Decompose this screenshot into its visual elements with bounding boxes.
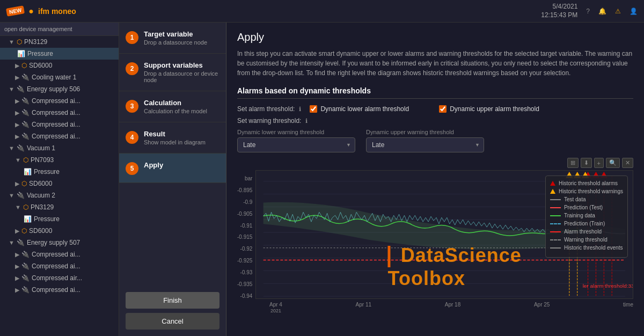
lower-alarm-checkbox[interactable] <box>310 105 317 113</box>
sidebar-label-sd6000-2: SD6000 <box>29 180 52 187</box>
device-icon: 🔌 <box>21 109 30 116</box>
chevron-down-icon: ▼ <box>9 86 14 92</box>
sidebar-item-compressed-1[interactable]: ▶ 🔌 Compressed ai... <box>0 95 119 107</box>
sidebar-item-cooling[interactable]: ▶ 🔌 Cooling water 1 <box>0 71 119 83</box>
x-label-apr4: Apr 42021 <box>269 302 282 313</box>
chevron-down-icon: ▼ <box>9 239 14 246</box>
y-value-3: -0.905 <box>237 211 252 217</box>
step-subtitle-4: Show model in diagram <box>144 139 219 145</box>
lower-warning-select[interactable]: Early Late Very Late <box>237 137 355 152</box>
sidebar: open device management ▼ ⬡ PN3129 📊 Pres… <box>0 23 119 336</box>
legend-warn-thresh-label: Warning threshold <box>564 237 608 243</box>
chevron-right-icon: ▶ <box>15 109 19 116</box>
lower-warning-label: Dynamic lower warning threshold <box>237 129 355 135</box>
app-header: NEW ● ifm moneo 5/4/2021 12:15:43 PM ? 🔔… <box>0 0 644 23</box>
help-icon[interactable]: ? <box>586 8 590 15</box>
sidebar-item-energy-507[interactable]: ▼ 🔌 Energy supply 507 <box>0 237 119 249</box>
sidebar-item-compressed-8[interactable]: ▶ 🔌 Compressed ai... <box>0 284 119 296</box>
sidebar-item-vacuum-2[interactable]: ▼ 🔌 Vacuum 2 <box>0 189 119 201</box>
wizard-step-5[interactable]: 5 Apply <box>119 154 226 183</box>
chart-svg-container: ler alarm threshold:33 Historic threshol… <box>255 170 633 301</box>
wizard-step-4[interactable]: 4 Result Show model in diagram <box>119 122 226 154</box>
bell-icon[interactable]: 🔔 <box>598 8 606 15</box>
legend-warning-triangle <box>550 189 555 194</box>
cancel-button[interactable]: Cancel <box>126 313 219 330</box>
sidebar-item-energy-506[interactable]: ▼ 🔌 Energy supply 506 <box>0 83 119 95</box>
step-title-3: Calculation <box>144 99 219 107</box>
chart-btn-table[interactable]: ⊞ <box>567 158 579 168</box>
sidebar-item-pressure-2[interactable]: 📊 Pressure <box>0 166 119 178</box>
step-badge-1: 1 <box>126 31 138 44</box>
sidebar-item-compressed-7[interactable]: ▶ 🔌 Compressed air... <box>0 272 119 284</box>
sidebar-label-sd6000-1: SD6000 <box>29 62 52 69</box>
device-icon: ⬡ <box>23 156 28 164</box>
chart-btn-zoom-fit[interactable]: 🔍 <box>606 158 620 168</box>
sidebar-item-sd6000-2[interactable]: ▶ ⬡ SD6000 <box>0 178 119 189</box>
sidebar-item-sd6000-3[interactable]: ▶ ⬡ SD6000 <box>0 225 119 237</box>
sidebar-item-pn7093[interactable]: ▼ ⬡ PN7093 <box>0 154 119 166</box>
legend-alarm-label: Historic threshold alarms <box>559 180 618 186</box>
content-panel: Apply In this step you can activate smar… <box>226 23 644 336</box>
step-content-3: Calculation Calculation of the model <box>144 99 219 114</box>
user-icon[interactable]: 👤 <box>630 8 638 15</box>
chart-btn-close[interactable]: ✕ <box>622 158 633 168</box>
warning-info-icon[interactable]: ℹ <box>305 118 308 125</box>
lower-warning-group: Dynamic lower warning threshold Early La… <box>237 129 355 152</box>
sidebar-item-compressed-4[interactable]: ▶ 🔌 Compressed ai... <box>0 130 119 142</box>
sidebar-item-sd6000-1[interactable]: ▶ ⬡ SD6000 <box>0 60 119 71</box>
y-value-4: -0.91 <box>240 223 253 229</box>
legend-warning-label: Historic threshold warnings <box>559 188 623 194</box>
sidebar-label-pressure-3: Pressure <box>34 215 60 223</box>
sidebar-item-compressed-2[interactable]: ▶ 🔌 Compressed ai... <box>0 107 119 119</box>
sidebar-item-pn3129[interactable]: ▼ ⬡ PN3129 <box>0 36 119 48</box>
x-label-time: time <box>623 302 633 313</box>
sidebar-label-compressed-1: Compressed ai... <box>32 97 80 105</box>
sidebar-item-compressed-5[interactable]: ▶ 🔌 Compressed ai... <box>0 249 119 260</box>
legend-pred-test-label: Prediction (Test) <box>564 204 603 210</box>
new-badge: NEW <box>6 5 25 17</box>
chevron-right-icon: ▶ <box>15 62 19 69</box>
wizard-step-2[interactable]: 2 Support variables Drop a datasource or… <box>119 54 226 91</box>
legend-alarm-triangle <box>550 181 555 186</box>
sidebar-label-sd6000-3: SD6000 <box>29 227 52 235</box>
sidebar-item-pressure-3[interactable]: 📊 Pressure <box>0 213 119 225</box>
sidebar-label-compressed-2: Compressed ai... <box>32 109 80 116</box>
sidebar-label-vacuum-2: Vacuum 2 <box>27 192 55 199</box>
finish-button[interactable]: Finish <box>126 292 219 309</box>
alarm-info-icon[interactable]: ℹ <box>299 106 301 113</box>
sidebar-item-pressure-1[interactable]: 📊 Pressure <box>0 48 119 60</box>
legend-alarms: Historic threshold alarms <box>550 180 623 186</box>
y-value-1: -0.895 <box>237 187 252 193</box>
sidebar-label-compressed-7: Compressed air... <box>32 274 82 282</box>
legend-test: Test data <box>550 196 623 202</box>
upper-warning-select[interactable]: Early Late Very Late <box>366 137 484 152</box>
sidebar-item-pn3129-2[interactable]: ▼ ⬡ PN3129 <box>0 201 119 213</box>
y-value-2: -0.9 <box>243 199 252 205</box>
sidebar-item-vacuum-1[interactable]: ▼ 🔌 Vacuum 1 <box>0 142 119 154</box>
chevron-right-icon: ▶ <box>15 180 19 187</box>
sidebar-label-cooling: Cooling water 1 <box>32 74 76 81</box>
wizard-step-1[interactable]: 1 Target variable Drop a datasource node <box>119 23 226 54</box>
upper-alarm-label: Dynamic upper alarm threshold <box>450 105 539 113</box>
set-alarm-label: Set alarm threshold: <box>237 105 295 113</box>
chart-btn-zoom[interactable]: + <box>594 158 604 168</box>
sidebar-label-pressure-1: Pressure <box>27 50 53 57</box>
sidebar-item-compressed-6[interactable]: ▶ 🔌 Compressed ai... <box>0 260 119 272</box>
device-icon: 🔌 <box>21 274 30 282</box>
warning-threshold-row: Set warning threshold: ℹ <box>237 117 633 125</box>
step-title-1: Target variable <box>144 30 219 38</box>
device-icon: 🔌 <box>21 121 30 128</box>
alert-icon[interactable]: ⚠ <box>615 8 621 15</box>
y-value-7: -0.925 <box>237 258 252 264</box>
wizard-step-3[interactable]: 3 Calculation Calculation of the model <box>119 91 226 122</box>
upper-alarm-checkbox-group: Dynamic upper alarm threshold <box>439 105 539 113</box>
sidebar-item-compressed-3[interactable]: ▶ 🔌 Compressed ai... <box>0 119 119 130</box>
wizard-buttons: Finish Cancel <box>119 286 226 336</box>
chart-btn-download[interactable]: ⬇ <box>581 158 592 168</box>
step-content-1: Target variable Drop a datasource node <box>144 30 219 46</box>
upper-alarm-checkbox[interactable] <box>439 105 447 113</box>
open-device-management[interactable]: open device management <box>0 23 119 36</box>
legend-warnings: Historic threshold warnings <box>550 188 623 194</box>
legend-training-label: Training data <box>564 213 595 218</box>
step-content-4: Result Show model in diagram <box>144 130 219 145</box>
